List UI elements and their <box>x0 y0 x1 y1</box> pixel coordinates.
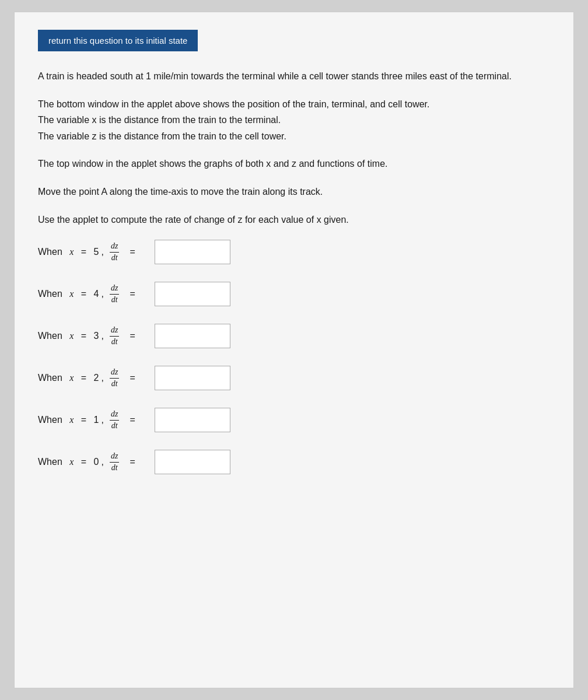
x-variable-5: x <box>69 247 74 257</box>
fraction-5: dz dt <box>110 242 119 263</box>
equals-label-3: = <box>81 331 86 341</box>
fraction-2: dz dt <box>110 368 119 389</box>
comma-4: , <box>102 289 104 299</box>
question-row-2: When x = 2, dz dt = <box>38 366 550 390</box>
description-paragraph4: Move the point A along the time-axis to … <box>38 184 550 200</box>
x-value-1: 1 <box>94 415 99 425</box>
fraction-denominator-1: dt <box>110 421 119 431</box>
equals-label-4: = <box>81 289 86 299</box>
fraction-numerator-4: dz <box>110 284 119 295</box>
answer-input-5[interactable] <box>155 240 230 264</box>
equals-label-1: = <box>81 415 86 425</box>
question-row-3: When x = 3, dz dt = <box>38 324 550 348</box>
answer-input-2[interactable] <box>155 366 230 390</box>
answer-input-3[interactable] <box>155 324 230 348</box>
question-label-2: When x = 2, dz dt = <box>38 368 155 389</box>
when-label-4: When <box>38 289 62 299</box>
fraction-denominator-4: dt <box>110 295 119 305</box>
x-variable-1: x <box>69 415 74 425</box>
fraction-3: dz dt <box>110 326 119 347</box>
fraction-denominator-0: dt <box>110 463 119 473</box>
description-paragraph5: Use the applet to compute the rate of ch… <box>38 212 550 228</box>
question-label-1: When x = 1, dz dt = <box>38 410 155 431</box>
question-row-4: When x = 4, dz dt = <box>38 282 550 306</box>
x-variable-0: x <box>69 457 74 467</box>
when-label-3: When <box>38 331 62 341</box>
comma-2: , <box>102 373 104 383</box>
comma-3: , <box>102 331 104 341</box>
x-variable-3: x <box>69 331 74 341</box>
when-label: When <box>38 247 62 257</box>
question-row-5: When x = 5, dz dt = <box>38 240 550 264</box>
question-label-5: When x = 5, dz dt = <box>38 242 155 263</box>
page-container: return this question to its initial stat… <box>14 12 574 688</box>
eq-sign-0: = <box>130 457 135 467</box>
comma-0: , <box>102 457 104 467</box>
question-row-0: When x = 0, dz dt = <box>38 450 550 474</box>
when-label-0: When <box>38 457 62 467</box>
eq-sign-5: = <box>130 247 135 257</box>
equals-label-5: = <box>81 247 86 257</box>
description-paragraph2: The bottom window in the applet above sh… <box>38 97 550 144</box>
x-variable-4: x <box>69 289 74 299</box>
when-label-2: When <box>38 373 62 383</box>
fraction-numerator-5: dz <box>110 242 119 253</box>
questions-section: When x = 5, dz dt = When x = 4, dz dt = <box>38 240 550 474</box>
equals-label-2: = <box>81 373 86 383</box>
fraction-1: dz dt <box>110 410 119 431</box>
fraction-4: dz dt <box>110 284 119 305</box>
question-label-4: When x = 4, dz dt = <box>38 284 155 305</box>
description-paragraph3: The top window in the applet shows the g… <box>38 156 550 172</box>
question-label-0: When x = 0, dz dt = <box>38 452 155 473</box>
reset-button[interactable]: return this question to its initial stat… <box>38 30 198 51</box>
answer-input-4[interactable] <box>155 282 230 306</box>
fraction-numerator-2: dz <box>110 368 119 379</box>
x-variable-2: x <box>69 373 74 383</box>
eq-sign-2: = <box>130 373 135 383</box>
x-value-4: 4 <box>94 289 99 299</box>
x-value-3: 3 <box>94 331 99 341</box>
equals-label-0: = <box>81 457 86 467</box>
x-value-5: 5 <box>94 247 99 257</box>
fraction-numerator-3: dz <box>110 326 119 337</box>
fraction-numerator-1: dz <box>110 410 119 421</box>
x-value-0: 0 <box>94 457 99 467</box>
fraction-denominator-2: dt <box>110 379 119 389</box>
answer-input-1[interactable] <box>155 408 230 432</box>
description-paragraph1: A train is headed south at 1 mile/min to… <box>38 69 550 84</box>
question-row-1: When x = 1, dz dt = <box>38 408 550 432</box>
when-label-1: When <box>38 415 62 425</box>
eq-sign-3: = <box>130 331 135 341</box>
fraction-denominator-5: dt <box>110 253 119 263</box>
comma-5: , <box>102 247 104 257</box>
answer-input-0[interactable] <box>155 450 230 474</box>
question-label-3: When x = 3, dz dt = <box>38 326 155 347</box>
x-value-2: 2 <box>94 373 99 383</box>
comma-1: , <box>102 415 104 425</box>
eq-sign-4: = <box>130 289 135 299</box>
fraction-numerator-0: dz <box>110 452 119 463</box>
fraction-0: dz dt <box>110 452 119 473</box>
fraction-denominator-3: dt <box>110 337 119 347</box>
eq-sign-1: = <box>130 415 135 425</box>
